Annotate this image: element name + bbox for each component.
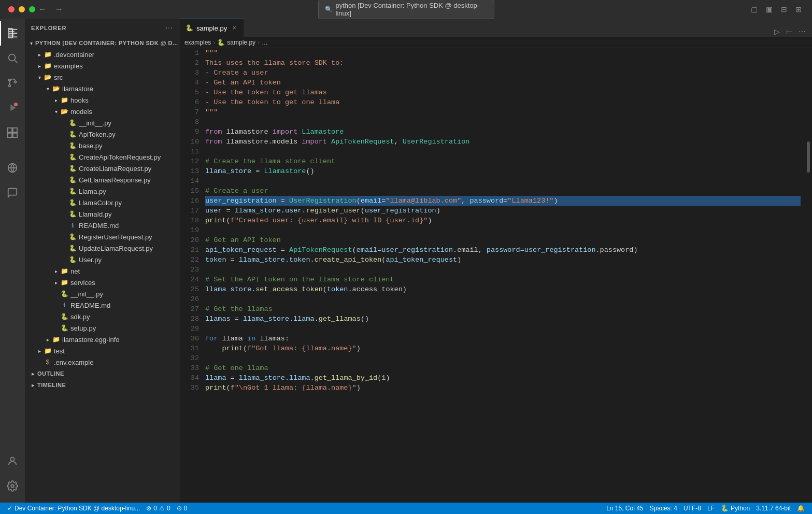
activity-item-extensions[interactable] bbox=[0, 120, 25, 145]
split-editor-button[interactable]: ⊢ bbox=[784, 26, 794, 37]
status-version[interactable]: 3.11.7 64-bit bbox=[753, 505, 794, 512]
status-ports[interactable]: ⊙ 0 bbox=[174, 503, 191, 514]
tree-label-user-py: User.py bbox=[79, 256, 102, 264]
activity-item-settings[interactable] bbox=[0, 474, 25, 498]
tree-item-env-example[interactable]: $ .env.example bbox=[25, 356, 180, 368]
tree-item-llamastore[interactable]: 📂 llamastore bbox=[25, 83, 180, 94]
tree-label-examples: examples bbox=[54, 62, 83, 70]
breadcrumb-sample-py[interactable]: sample.py bbox=[227, 39, 255, 46]
status-eol[interactable]: LF bbox=[704, 505, 718, 512]
code-line-14 bbox=[205, 176, 801, 186]
status-remote[interactable]: ✓ Dev Container: Python SDK @ desktop-li… bbox=[4, 503, 143, 514]
layout-panel-button[interactable]: ⊟ bbox=[779, 4, 789, 15]
activity-item-explorer[interactable] bbox=[0, 21, 25, 46]
language-text: Python bbox=[731, 505, 750, 512]
py-icon: 🐍 bbox=[68, 255, 77, 264]
titlebar-actions: ▢ ▣ ⊟ ⊞ bbox=[749, 4, 804, 15]
status-right: Ln 15, Col 45 Spaces: 4 UTF-8 LF 🐍 Pytho… bbox=[603, 505, 808, 512]
tab-label-sample-py: sample.py bbox=[196, 24, 227, 32]
tree-item-base-py[interactable]: 🐍 base.py bbox=[25, 140, 180, 151]
minimize-button[interactable] bbox=[19, 6, 25, 12]
tree-item-src[interactable]: 📂 src bbox=[25, 72, 180, 83]
tree-item-updatellama[interactable]: 🐍 UpdateLlamaRequest.py bbox=[25, 242, 180, 254]
sidebar-content[interactable]: PYTHON [DEV CONTAINER: PYTHON SDK @ D...… bbox=[25, 37, 180, 503]
py-icon: 🐍 bbox=[60, 324, 68, 332]
tree-item-devcontainer[interactable]: 📁 .devcontainer bbox=[25, 49, 180, 60]
activity-item-search[interactable] bbox=[0, 46, 25, 70]
tree-item-createllama[interactable]: 🐍 CreateLlamaRequest.py bbox=[25, 163, 180, 174]
tree-item-llamaid[interactable]: 🐍 LlamaId.py bbox=[25, 208, 180, 220]
status-notifications[interactable]: 🔔 bbox=[794, 505, 808, 512]
run-button[interactable]: ▷ bbox=[772, 26, 782, 37]
tree-item-examples[interactable]: 📁 examples bbox=[25, 60, 180, 72]
maximize-button[interactable] bbox=[29, 6, 35, 12]
outline-header[interactable]: OUTLINE bbox=[25, 368, 180, 379]
tree-label-hooks: hooks bbox=[70, 96, 89, 104]
code-line-31: print(f"Got llama: {llama.name}") bbox=[205, 344, 801, 353]
tree-item-net[interactable]: 📁 net bbox=[25, 265, 180, 277]
tab-sample-py[interactable]: 🐍 sample.py × bbox=[180, 19, 244, 37]
code-line-18: print(f"Created user: {user.email} with … bbox=[205, 216, 801, 225]
tree-item-init-py[interactable]: 🐍 __init__.py bbox=[25, 117, 180, 128]
tree-item-sdk-py[interactable]: 🐍 sdk.py bbox=[25, 311, 180, 322]
tab-bar: 🐍 sample.py × ▷ ⊢ ⋯ bbox=[180, 19, 812, 37]
search-text: python [Dev Container: Python SDK @ desk… bbox=[336, 2, 488, 17]
activity-item-source-control[interactable] bbox=[0, 70, 25, 95]
tree-item-llamacolor[interactable]: 🐍 LlamaColor.py bbox=[25, 197, 180, 208]
tree-item-registeruser[interactable]: 🐍 RegisterUserRequest.py bbox=[25, 231, 180, 242]
tree-label-llamastore: llamastore bbox=[62, 85, 93, 93]
editor-code-content[interactable]: """ This uses the llama store SDK to: - … bbox=[205, 48, 805, 503]
back-button[interactable]: ← bbox=[36, 4, 49, 15]
sidebar-header-actions: ⋯ bbox=[164, 23, 174, 33]
close-button[interactable] bbox=[8, 6, 15, 12]
tree-item-apitoken[interactable]: 🐍 ApiToken.py bbox=[25, 128, 180, 140]
command-palette[interactable]: 🔍 python [Dev Container: Python SDK @ de… bbox=[318, 0, 494, 19]
tree-item-createapi[interactable]: 🐍 CreateApiTokenRequest.py bbox=[25, 151, 180, 163]
tree-root-item[interactable]: PYTHON [DEV CONTAINER: PYTHON SDK @ D... bbox=[25, 37, 180, 49]
activity-item-remote[interactable] bbox=[0, 155, 25, 180]
activity-item-account[interactable] bbox=[0, 449, 25, 474]
activity-item-run[interactable] bbox=[0, 95, 25, 120]
tree-item-test[interactable]: 📁 test bbox=[25, 345, 180, 356]
status-errors[interactable]: ⊗ 0 ⚠ 0 bbox=[143, 503, 173, 514]
forward-button[interactable]: → bbox=[53, 4, 65, 15]
editor-scrollbar[interactable] bbox=[805, 48, 812, 503]
status-cursor[interactable]: Ln 15, Col 45 bbox=[603, 505, 646, 512]
layout-editor-button[interactable]: ▣ bbox=[764, 4, 775, 15]
folder-icon: 📁 bbox=[44, 347, 52, 355]
code-line-10: from llamastore.models import ApiTokenRe… bbox=[205, 137, 801, 147]
tab-close-sample-py[interactable]: × bbox=[230, 24, 238, 32]
breadcrumb-examples[interactable]: examples bbox=[184, 39, 211, 46]
more-actions-button[interactable]: ⋯ bbox=[796, 26, 808, 37]
window-controls bbox=[8, 6, 35, 12]
activity-bottom bbox=[0, 449, 25, 503]
py-icon: 🐍 bbox=[68, 119, 77, 127]
tree-item-getllamas[interactable]: 🐍 GetLlamasResponse.py bbox=[25, 174, 180, 185]
code-line-1: """ bbox=[205, 48, 801, 58]
tree-item-hooks[interactable]: 📁 hooks bbox=[25, 94, 180, 106]
remote-icon: ✓ bbox=[7, 505, 12, 512]
tree-item-services[interactable]: 📁 services bbox=[25, 277, 180, 288]
tree-item-models[interactable]: 📂 models bbox=[25, 106, 180, 117]
status-language[interactable]: 🐍 Python bbox=[718, 505, 753, 512]
scrollbar-thumb[interactable] bbox=[807, 141, 810, 173]
tree-item-init-llamastore[interactable]: 🐍 __init__.py bbox=[25, 288, 180, 299]
tree-arrow-models bbox=[52, 107, 60, 116]
tree-item-llama-py[interactable]: 🐍 Llama.py bbox=[25, 185, 180, 197]
tree-item-setup-py[interactable]: 🐍 setup.py bbox=[25, 322, 180, 334]
layout-grid-button[interactable]: ⊞ bbox=[793, 4, 804, 15]
code-line-33: # Get one llama bbox=[205, 363, 801, 373]
tree-item-readme-llamastore[interactable]: ℹ README.md bbox=[25, 299, 180, 311]
sidebar-menu-button[interactable]: ⋯ bbox=[164, 23, 174, 33]
activity-item-chat[interactable] bbox=[0, 180, 25, 205]
search-icon: 🔍 bbox=[325, 6, 333, 13]
status-encoding[interactable]: UTF-8 bbox=[680, 505, 704, 512]
breadcrumb-ellipsis[interactable]: … bbox=[262, 39, 268, 46]
tree-item-user-py[interactable]: 🐍 User.py bbox=[25, 254, 180, 265]
tree-item-egginfo[interactable]: 📁 llamastore.egg-info bbox=[25, 334, 180, 345]
tree-item-readme-models[interactable]: ℹ README.md bbox=[25, 220, 180, 231]
layout-sidebar-button[interactable]: ▢ bbox=[749, 4, 760, 15]
status-spaces[interactable]: Spaces: 4 bbox=[647, 505, 680, 512]
editor[interactable]: 12345 678910 1112131415 1617181920 21222… bbox=[180, 48, 812, 503]
timeline-header[interactable]: TIMELINE bbox=[25, 379, 180, 391]
